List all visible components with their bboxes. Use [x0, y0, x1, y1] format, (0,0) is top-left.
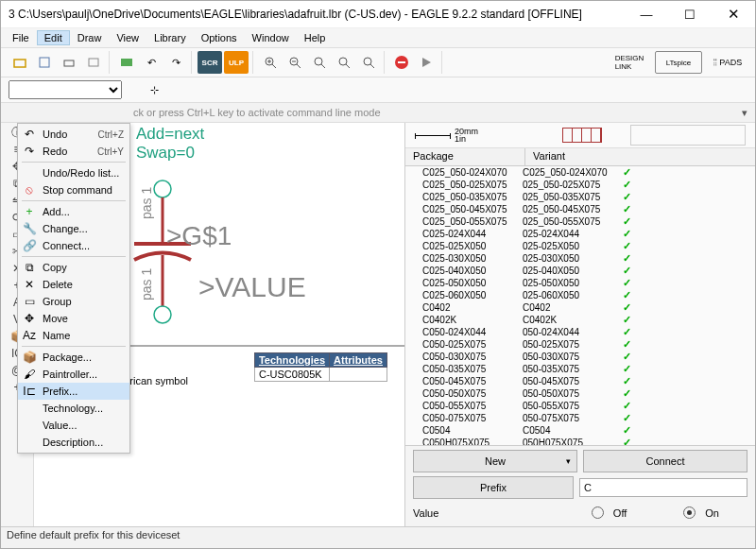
edit-menu-change-[interactable]: 🔧Change... — [18, 220, 129, 237]
board-icon[interactable] — [115, 51, 138, 74]
edit-menu-name[interactable]: AzName — [18, 327, 129, 344]
edit-menu-undo[interactable]: ↶UndoCtrl+Z — [18, 126, 129, 143]
ltspice-icon[interactable]: LTspice — [655, 51, 702, 74]
command-line[interactable]: ck or press Ctrl+L key to activate comma… — [1, 103, 755, 123]
zoom-fit-icon[interactable] — [308, 51, 331, 74]
cam-icon[interactable] — [82, 51, 105, 74]
package-row[interactable]: C0402C0402✓ — [405, 301, 755, 314]
edit-menu-group[interactable]: ▭Group — [18, 293, 129, 310]
edit-menu-value-[interactable]: Value... — [18, 417, 129, 434]
save-icon[interactable] — [33, 51, 56, 74]
package-row[interactable]: C0402KC0402K✓ — [405, 314, 755, 326]
zoom-in-icon[interactable] — [259, 51, 282, 74]
new-button[interactable]: New — [413, 450, 577, 472]
edit-menu-description-[interactable]: Description... — [18, 434, 129, 451]
svg-rect-2 — [64, 60, 74, 66]
svg-point-14 — [339, 58, 347, 65]
col-package[interactable]: Package — [405, 148, 525, 165]
edit-menu-connect-[interactable]: 🔗Connect... — [18, 237, 129, 254]
print-icon[interactable] — [58, 51, 80, 74]
stop-icon[interactable] — [390, 51, 413, 74]
prefix-input[interactable] — [579, 478, 747, 497]
svg-rect-1 — [40, 58, 49, 67]
undo-icon[interactable]: ↶ — [140, 51, 163, 74]
ulp-icon[interactable]: ULP — [224, 51, 249, 74]
command-hint: ck or press Ctrl+L key to activate comma… — [133, 107, 381, 118]
zoom-select-icon[interactable] — [357, 51, 380, 74]
edit-menu-add-[interactable]: +Add... — [18, 203, 129, 220]
package-row[interactable]: C025_050-025X075025_050-025X075✓ — [405, 179, 755, 191]
maximize-button[interactable]: ☐ — [668, 1, 712, 27]
package-row[interactable]: C050-075X075050-075X075✓ — [405, 412, 755, 424]
value-off-radio[interactable] — [592, 506, 604, 519]
scr-icon[interactable]: SCR — [198, 51, 222, 74]
package-row[interactable]: C025_050-055X075025_050-055X075✓ — [405, 215, 755, 228]
package-row[interactable]: C050-025X075050-025X075✓ — [405, 338, 755, 351]
zoom-out-icon[interactable] — [284, 51, 306, 74]
package-row[interactable]: C025-024X044025-024X044✓ — [405, 228, 755, 240]
menu-edit[interactable]: Edit — [37, 30, 70, 45]
prefix-button[interactable]: Prefix — [413, 476, 574, 499]
open-icon[interactable] — [9, 51, 31, 74]
edit-menu-stop-command[interactable]: ⦸Stop command — [18, 181, 129, 198]
package-row[interactable]: C050-055X075050-055X075✓ — [405, 400, 755, 412]
menu-file[interactable]: File — [5, 30, 37, 45]
th-technologies[interactable]: Technologies — [254, 353, 329, 368]
edit-menu-move[interactable]: ✥Move — [18, 310, 129, 327]
zoom-redraw-icon[interactable] — [333, 51, 355, 74]
package-row[interactable]: C025-025X050025-025X050✓ — [405, 240, 755, 252]
menu-view[interactable]: View — [109, 30, 146, 45]
svg-point-12 — [315, 58, 322, 65]
package-row[interactable]: C025-040X050025-040X050✓ — [405, 265, 755, 277]
edit-menu-prefix-[interactable]: I⊏Prefix... — [18, 383, 129, 400]
close-button[interactable]: ✕ — [712, 1, 755, 27]
svg-point-21 — [154, 180, 171, 197]
canvas-value: >VALUE — [198, 271, 306, 303]
package-row[interactable]: C050-030X075050-030X075✓ — [405, 351, 755, 363]
design-link-icon[interactable]: DESIGNLINK — [606, 51, 653, 74]
package-list[interactable]: C025_050-024X070C025_050-024X070✓C025_05… — [405, 166, 755, 445]
status-bar: Define default prefix for this deviceset — [1, 526, 755, 548]
edit-menu-undo-redo-list-[interactable]: Undo/Redo list... — [18, 164, 129, 181]
go-icon[interactable] — [415, 51, 438, 74]
package-row[interactable]: C025_050-045X075025_050-045X075✓ — [405, 203, 755, 215]
value-on-radio[interactable] — [683, 506, 696, 519]
package-list-header: Package Variant — [405, 148, 755, 166]
svg-rect-19 — [398, 61, 405, 63]
col-variant[interactable]: Variant — [525, 148, 573, 165]
package-row[interactable]: C050-035X075050-035X075✓ — [405, 363, 755, 375]
package-row[interactable]: C025-060X050025-060X050✓ — [405, 289, 755, 301]
menu-library[interactable]: Library — [146, 30, 194, 45]
package-row[interactable]: C025_050-035X075025_050-035X075✓ — [405, 191, 755, 203]
connect-button[interactable]: Connect — [583, 450, 747, 472]
menu-help[interactable]: Help — [297, 30, 334, 45]
layer-select[interactable] — [9, 80, 122, 99]
edit-menu-copy[interactable]: ⧉Copy — [18, 259, 129, 276]
edit-menu-technology-[interactable]: Technology... — [18, 400, 129, 417]
redo-icon[interactable]: ↷ — [164, 51, 187, 74]
package-row[interactable]: C050-050X075050-050X075✓ — [405, 387, 755, 400]
scale-ruler: 20mm1in — [415, 128, 478, 143]
package-row[interactable]: C050H075X075050H075X075✓ — [405, 437, 755, 445]
package-row[interactable]: C0504C0504✓ — [405, 424, 755, 437]
edit-menu-package-[interactable]: 📦Package... — [18, 349, 129, 366]
edit-menu-redo[interactable]: ↷RedoCtrl+Y — [18, 143, 129, 160]
package-row[interactable]: C050-045X075050-045X075✓ — [405, 375, 755, 387]
pads-icon[interactable]: ⦙⦙ PADS — [704, 51, 751, 74]
canvas-gs1: >G$1 — [166, 221, 232, 251]
package-row[interactable]: C025_050-024X070C025_050-024X070✓ — [405, 166, 755, 179]
menu-options[interactable]: Options — [194, 30, 245, 45]
menu-draw[interactable]: Draw — [70, 30, 110, 45]
package-preview-icon — [562, 128, 602, 143]
th-attributes[interactable]: Attributes — [330, 353, 387, 368]
package-panel: 20mm1in Package Variant C025_050-024X070… — [404, 123, 755, 526]
td-tech-value[interactable]: C-USC0805K — [254, 368, 329, 382]
menu-window[interactable]: Window — [245, 30, 297, 45]
grid-toggle-icon[interactable]: ⊹ — [143, 78, 165, 101]
edit-menu-paintroller-[interactable]: 🖌Paintroller... — [18, 366, 129, 383]
package-row[interactable]: C025-030X050025-030X050✓ — [405, 252, 755, 265]
minimize-button[interactable]: — — [625, 1, 668, 27]
package-row[interactable]: C025-050X050025-050X050✓ — [405, 277, 755, 289]
package-row[interactable]: C050-024X044050-024X044✓ — [405, 326, 755, 338]
edit-menu-delete[interactable]: ✕Delete — [18, 276, 129, 293]
